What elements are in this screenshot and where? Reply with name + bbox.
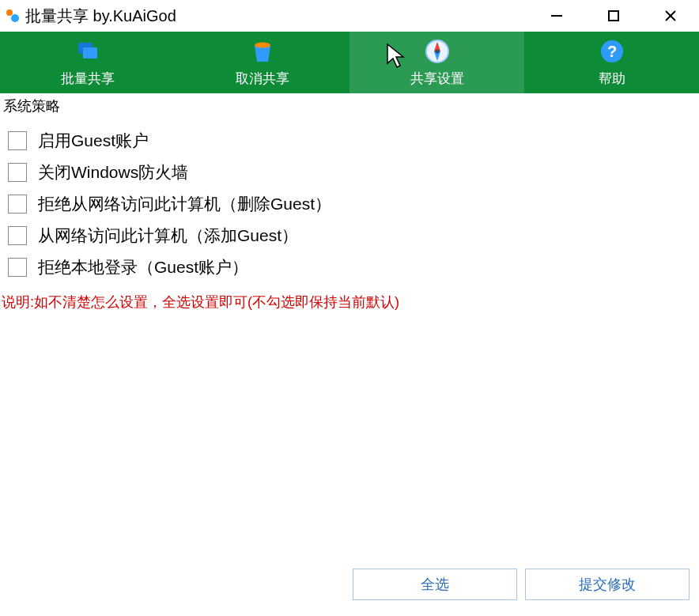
tab-help[interactable]: ? 帮助: [524, 32, 699, 93]
tab-label: 批量共享: [61, 70, 115, 88]
maximize-button[interactable]: [585, 0, 642, 32]
tab-batch-share[interactable]: 批量共享: [0, 32, 175, 93]
window-controls: [528, 0, 699, 32]
checkbox-network-add-guest[interactable]: [8, 226, 27, 245]
footer: 全选 提交修改: [353, 569, 690, 600]
policy-label[interactable]: 启用Guest账户: [38, 130, 149, 152]
titlebar-left: 批量共享 by.KuAiGod: [5, 6, 176, 27]
section-title: 系统策略: [0, 93, 699, 117]
policy-row: 拒绝本地登录（Guest账户）: [8, 251, 691, 283]
select-all-button[interactable]: 全选: [353, 569, 517, 600]
tab-label: 帮助: [599, 70, 625, 88]
policy-row: 从网络访问此计算机（添加Guest）: [8, 220, 691, 251]
checkbox-deny-local-login-guest[interactable]: [8, 258, 27, 277]
policy-list: 启用Guest账户 关闭Windows防火墙 拒绝从网络访问此计算机（删除Gue…: [0, 117, 699, 283]
svg-rect-7: [83, 47, 97, 59]
tab-share-settings[interactable]: 共享设置: [350, 32, 524, 93]
toolbar: 批量共享 取消共享 共享设置 ? 帮助: [0, 32, 699, 93]
policy-row: 拒绝从网络访问此计算机（删除Guest）: [8, 188, 691, 220]
window-title: 批量共享 by.KuAiGod: [25, 6, 176, 27]
svg-point-12: [435, 49, 439, 53]
svg-text:?: ?: [606, 43, 616, 60]
checkbox-deny-network-remove-guest[interactable]: [8, 195, 27, 214]
policy-label[interactable]: 拒绝从网络访问此计算机（删除Guest）: [38, 193, 331, 215]
compass-icon: [424, 38, 451, 65]
trash-icon: [249, 38, 276, 65]
close-button[interactable]: [642, 0, 699, 32]
note-text: 说明:如不清楚怎么设置，全选设置即可(不勾选即保持当前默认): [0, 283, 699, 312]
checkbox-enable-guest[interactable]: [8, 131, 27, 150]
policy-label[interactable]: 从网络访问此计算机（添加Guest）: [38, 225, 298, 247]
svg-rect-3: [609, 11, 618, 21]
tab-label: 取消共享: [236, 70, 289, 88]
policy-row: 关闭Windows防火墙: [8, 157, 691, 188]
svg-point-1: [11, 14, 19, 22]
policy-row: 启用Guest账户: [8, 125, 691, 157]
app-icon: [5, 8, 21, 24]
svg-point-0: [6, 9, 13, 16]
tab-label: 共享设置: [410, 70, 464, 88]
svg-point-8: [255, 42, 270, 47]
checkbox-close-firewall[interactable]: [8, 163, 27, 182]
titlebar: 批量共享 by.KuAiGod: [0, 0, 699, 32]
minimize-button[interactable]: [528, 0, 585, 32]
policy-label[interactable]: 拒绝本地登录（Guest账户）: [38, 256, 248, 278]
submit-button[interactable]: 提交修改: [525, 569, 690, 600]
folders-icon: [74, 38, 101, 65]
help-icon: ?: [599, 38, 625, 65]
policy-label[interactable]: 关闭Windows防火墙: [38, 161, 188, 183]
tab-cancel-share[interactable]: 取消共享: [175, 32, 350, 93]
